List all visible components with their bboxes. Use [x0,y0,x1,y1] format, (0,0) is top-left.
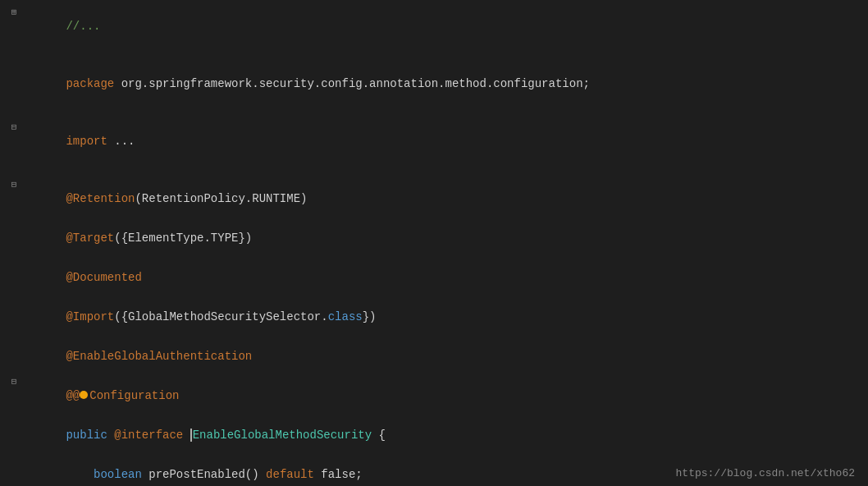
fold-gutter-retention[interactable]: ⊟ [7,179,21,190]
line-documented: @Documented [0,258,868,297]
line-import-annotation: @Import({GlobalMethodSecuritySelector.cl… [0,297,868,337]
fold-gutter-import[interactable]: ⊟ [7,122,21,132]
fold-gutter-1[interactable]: ⊞ [7,7,21,17]
line-blank-2 [0,103,868,122]
line-import: ⊟ import ... [0,122,868,161]
text-cursor [190,429,192,442]
bullet-icon [80,391,88,399]
code-editor: ⊞ //... package org.springframework.secu… [0,0,868,486]
line-configuration: ⊟ @@Configuration [0,376,868,415]
line-blank-1 [0,46,868,64]
fold-gutter-config[interactable]: ⊟ [7,376,21,387]
line-blank-3 [0,161,868,179]
line-enable-global-auth: @EnableGlobalAuthentication [0,337,868,376]
line-target: @Target({ElementType.TYPE}) [0,218,868,258]
url-watermark: https://blog.csdn.net/xtho62 [676,467,855,479]
line-interface-decl: public @interface EnableGlobalMethodSecu… [0,415,868,455]
line-package: package org.springframework.security.con… [0,64,868,103]
line-1: ⊞ //... [0,7,868,46]
line-retention: ⊟ @Retention(RetentionPolicy.RUNTIME) [0,179,868,218]
